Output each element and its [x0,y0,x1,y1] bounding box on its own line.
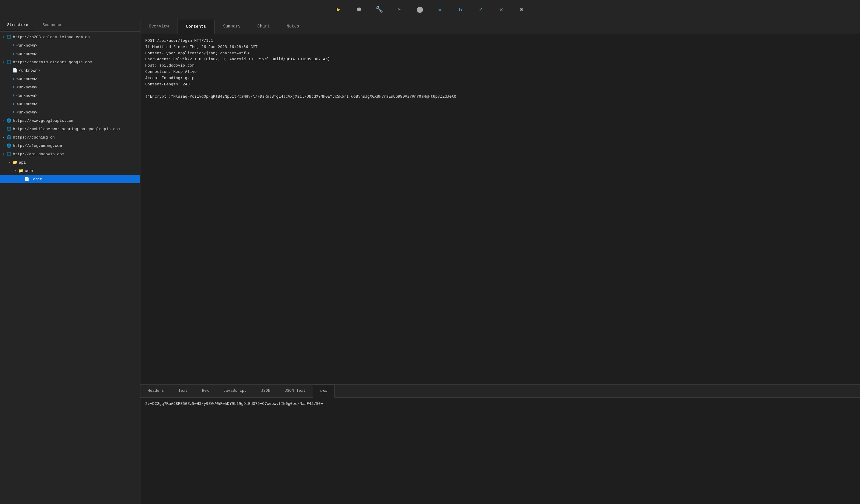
chevron-icon: ▸ [2,144,6,148]
arrow-up-icon: ⬆ [13,93,15,98]
tree-item-icloud-u2[interactable]: ⬆<unknown> [0,49,140,58]
tree-item-google-u4[interactable]: ⬆<unknown> [0,91,140,100]
tree-item-icloud-u1[interactable]: ⬆<unknown> [0,41,140,49]
pen-icon[interactable]: ✏ [435,4,446,15]
tree-label-alog: http://alog.umeng.com [13,144,62,148]
cross-icon[interactable]: ✕ [496,4,506,15]
chevron-icon: ▾ [2,35,6,39]
tree-item-google-u6[interactable]: ⬆<unknown> [0,108,140,116]
tree-label-icloud: https://p208-caldav.icloud.com.cn [13,35,90,40]
tree-label-googleapis: https://www.googleapis.com [13,119,73,123]
tree-label-dodovip-api: api [19,160,26,165]
tree-item-dodovip-user[interactable]: ▾📁user [0,167,140,175]
globe-icon: 🌐 [6,118,11,123]
tree-label-dodovip: http://api.dodovip.com [13,152,64,157]
tree-item-google-u2[interactable]: ⬆<unknown> [0,75,140,83]
arrow-up-icon: ⬆ [13,51,15,56]
tree-label-google-u3: <unknown> [16,85,37,90]
tree-label-google-u1: <unknown> [19,69,40,73]
tree-item-google-u5[interactable]: ⬆<unknown> [0,100,140,108]
sidebar: StructureSequence ▾🌐https://p208-caldav.… [0,19,141,504]
arrow-up-icon: ⬆ [13,76,15,81]
pointer-icon[interactable]: ▶ [333,4,344,15]
panel-tab-notes[interactable]: Notes [278,19,307,34]
sidebar-tabs: StructureSequence [0,19,140,32]
request-content: POST /api/user/login HTTP/1.1 If-Modifie… [145,38,855,100]
tree-item-google-u3[interactable]: ⬆<unknown> [0,83,140,91]
tree-label-google-u5: <unknown> [16,102,37,106]
bottom-tab-json[interactable]: JSON [254,385,277,397]
bottom-tab-headers[interactable]: Headers [141,385,171,397]
globe-icon: 🌐 [6,127,11,131]
tree-item-googleapis[interactable]: ▸🌐https://www.googleapis.com [0,116,140,125]
bottom-panel: HeadersTextHexJavaScriptJSONJSON TextRaw… [141,385,860,504]
file-icon: 📄 [25,177,29,181]
check-icon[interactable]: ✓ [475,4,486,15]
tree-label-google-u4: <unknown> [16,93,37,98]
globe-icon: 🌐 [6,152,11,157]
arrow-up-icon: ⬆ [13,43,15,48]
tree-item-mobilenetwork[interactable]: ▸🌐https://mobilenetworkscoring-pa.google… [0,125,140,133]
tool-icon[interactable]: 🔧 [374,4,385,15]
tree-item-dodovip-api[interactable]: ▾📁api [0,158,140,167]
bottom-tab-raw[interactable]: Raw [313,385,335,398]
tree: ▾🌐https://p208-caldav.icloud.com.cn⬆<unk… [0,32,140,184]
tree-item-dodovip[interactable]: ▾🌐http://api.dodovip.com [0,150,140,158]
tree-item-google-u1[interactable]: 📄<unknown> [0,66,140,75]
tree-label-dodovip-login: login [31,177,42,181]
file-icon: 📄 [13,68,17,73]
sidebar-tab-structure[interactable]: Structure [0,19,35,31]
tree-label-csdnimg: https://csdnimg.cn [13,135,55,140]
main-layout: StructureSequence ▾🌐https://p208-caldav.… [0,19,860,504]
tree-item-alog[interactable]: ▸🌐http://alog.umeng.com [0,142,140,150]
tree-item-csdnimg[interactable]: ▸🌐https://csdnimg.cn [0,133,140,142]
bottom-tab-json-text[interactable]: JSON Text [277,385,313,397]
globe-icon: 🌐 [6,60,11,64]
arrow-up-icon: ⬆ [13,85,15,90]
chevron-icon: ▾ [2,152,6,156]
tree-label-icloud-u1: <unknown> [16,43,37,48]
toolbar: ▶⏺🔧✂⬤✏↻✓✕⚙ [0,0,860,19]
sidebar-tab-sequence[interactable]: Sequence [35,19,68,31]
bottom-tab-text[interactable]: Text [171,385,195,397]
bottom-tab-hex[interactable]: Hex [195,385,216,397]
arrow-up-icon: ⬆ [13,110,15,115]
tree-label-google-u6: <unknown> [16,110,37,115]
folder-icon: 📁 [18,168,23,173]
chevron-icon: ▸ [2,119,6,122]
refresh-icon[interactable]: ↻ [455,4,466,15]
chevron-icon: ▸ [2,127,6,131]
tree-label-mobilenetwork: https://mobilenetworkscoring-pa.googleap… [13,127,120,131]
globe-icon: 🌐 [6,135,11,140]
bottom-content: 2v+DC2gq7RuAC8PE5GZz5wH3/y9ZVcWhFwhDY9L1… [141,398,860,504]
bottom-tab-javascript[interactable]: JavaScript [216,385,254,397]
panel-tab-overview[interactable]: Overview [141,19,177,34]
chevron-icon: ▾ [14,169,18,173]
panel-tab-chart[interactable]: Chart [249,19,278,34]
panel-tab-summary[interactable]: Summary [215,19,249,34]
content-area: POST /api/user/login HTTP/1.1 If-Modifie… [141,34,860,385]
tree-label-google-u2: <unknown> [16,77,37,81]
circle-icon[interactable]: ⬤ [414,4,425,15]
record-icon[interactable]: ⏺ [354,4,364,15]
tree-label-google: https://android.clients.google.com [13,60,92,64]
panel-tab-contents[interactable]: Contents [177,19,215,34]
folder-icon: 📁 [13,160,17,165]
tree-label-icloud-u2: <unknown> [16,51,37,56]
raw-content: 2v+DC2gq7RuAC8PE5GZz5wH3/y9ZVcWhFwhDY9L1… [145,401,855,406]
globe-icon: 🌐 [6,143,11,148]
tree-label-dodovip-user: user [25,169,34,173]
tree-item-google[interactable]: ▾🌐https://android.clients.google.com [0,58,140,66]
right-panel: OverviewContentsSummaryChartNotes POST /… [141,19,860,504]
chevron-icon: ▾ [9,161,13,164]
tree-item-dodovip-login[interactable]: 📄login [0,175,140,183]
chevron-icon: ▸ [2,136,6,139]
settings-icon[interactable]: ⚙ [516,4,527,15]
arrow-up-icon: ⬆ [13,102,15,106]
bottom-tabs: HeadersTextHexJavaScriptJSONJSON TextRaw [141,385,860,398]
chevron-icon: ▾ [2,60,6,64]
globe-icon: 🌐 [6,35,11,40]
scissors-icon[interactable]: ✂ [394,4,405,15]
tree-item-icloud[interactable]: ▾🌐https://p208-caldav.icloud.com.cn [0,33,140,41]
panel-tabs: OverviewContentsSummaryChartNotes [141,19,860,34]
